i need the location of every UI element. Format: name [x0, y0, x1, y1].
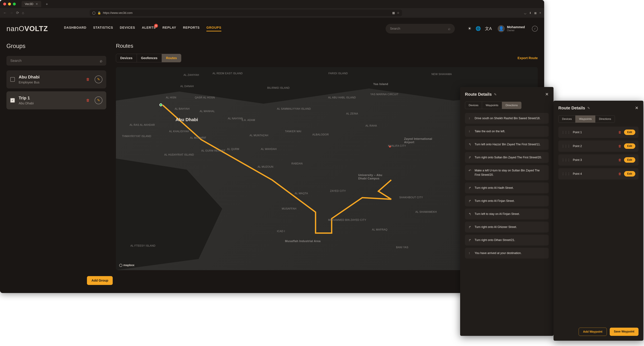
waypoint-item[interactable]: ⋮⋮⋮Point 1🗑Edit: [558, 127, 638, 138]
direction-step: ↱Turn right onto Dihan Street/21.: [465, 235, 549, 245]
close-window-button[interactable]: [3, 3, 6, 6]
direction-text: Make a left U-turn to stay on Sultan Bin…: [475, 168, 545, 177]
edit-icon[interactable]: ✎: [494, 93, 497, 96]
delete-icon[interactable]: 🗑: [618, 131, 622, 134]
edit-button[interactable]: ✎: [95, 76, 102, 83]
delete-button[interactable]: 🗑: [84, 76, 92, 83]
panel-footer: Add Waypoint Save Waypoint: [579, 328, 638, 336]
edit-button[interactable]: ✎: [95, 97, 102, 104]
menu-icon[interactable]: ≡: [540, 12, 541, 14]
delete-button[interactable]: 🗑: [84, 97, 92, 104]
mapbox-icon: ◯: [119, 263, 122, 267]
bookmark-star-icon[interactable]: ☆: [397, 11, 400, 15]
direction-step: ↱Turn right onto Al Hadh Street.: [465, 182, 549, 193]
url-bar: ← → ⟳ ⌂ ◯ 🔒 https://www.vec3d.com ▦ ☆ ◡ …: [0, 8, 544, 18]
content-title: Routes: [116, 43, 538, 49]
ptab-devices[interactable]: Devices: [465, 102, 482, 109]
direction-step: ↰Turn left onto Hazza' Bin Zayed The Fir…: [465, 139, 549, 150]
direction-step: ↑Drive south on Sheikh Rashid Bin Saeed …: [465, 113, 549, 124]
add-waypoint-button[interactable]: Add Waypoint: [579, 328, 607, 336]
globe-icon[interactable]: 🌐: [476, 26, 481, 31]
nav-alerts[interactable]: ALERTS4: [142, 26, 156, 32]
download-icon[interactable]: ⬇: [529, 12, 531, 15]
nav-replay[interactable]: REPLAY: [162, 26, 176, 32]
forward-button[interactable]: →: [10, 11, 13, 15]
user-block[interactable]: 👤 Mohammed Owner: [498, 25, 525, 32]
sidebar-search[interactable]: Search ⌕: [6, 56, 106, 66]
back-button[interactable]: ←: [3, 11, 7, 15]
avatar: 👤: [498, 25, 505, 32]
direction-icon: ↱: [468, 199, 472, 203]
checkbox[interactable]: [10, 77, 15, 82]
drag-handle-icon[interactable]: ⋮⋮⋮: [562, 158, 570, 162]
user-name: Mohammed: [507, 25, 525, 29]
nav-dashboard[interactable]: DASHBOARD: [64, 26, 86, 32]
maximize-window-button[interactable]: [13, 3, 16, 6]
header-icons: ☀ 🌐 文A 👤 Mohammed Owner ✓: [468, 25, 538, 32]
minimize-window-button[interactable]: [8, 3, 11, 6]
browser-tab[interactable]: Vec3D ✕: [22, 1, 41, 7]
save-waypoint-button[interactable]: Save Waypoint: [610, 328, 638, 336]
direction-icon: ↑: [468, 117, 472, 120]
edit-icon[interactable]: ✎: [587, 106, 590, 110]
header-search[interactable]: Search ⌕: [386, 24, 455, 34]
extensions-icon[interactable]: ▦: [534, 12, 536, 15]
ptab-devices[interactable]: Devices: [558, 116, 576, 123]
group-item-trip1[interactable]: ✓ Trip 1 Abu Dhabi 🗑 ✎: [6, 91, 106, 109]
delete-icon[interactable]: 🗑: [618, 172, 622, 176]
user-info: Mohammed Owner: [507, 25, 525, 32]
edit-waypoint-button[interactable]: Edit: [624, 130, 635, 135]
export-route-link[interactable]: Export Route: [518, 56, 538, 60]
tab-devices[interactable]: Devices: [116, 54, 137, 62]
edit-waypoint-button[interactable]: Edit: [624, 157, 635, 163]
tab-geofences[interactable]: Geofences: [137, 54, 162, 62]
address-field[interactable]: ◯ 🔒 https://www.vec3d.com ▦ ☆: [90, 10, 402, 16]
logo: nanOVOLTZ: [6, 25, 48, 33]
waypoint-item[interactable]: ⋮⋮⋮Point 3🗑Edit: [558, 154, 638, 166]
close-tab-icon[interactable]: ✕: [36, 2, 38, 6]
direction-step: ↱Turn right onto Al Finjan Street.: [465, 196, 549, 206]
theme-icon[interactable]: ☀: [468, 26, 472, 31]
direction-text: Turn left to stay on Al Finjan Street.: [475, 212, 520, 216]
direction-text: You have arrived at your destination.: [475, 251, 522, 255]
ptab-waypoints[interactable]: Waypoints: [482, 102, 502, 109]
waypoint-item[interactable]: ⋮⋮⋮Point 2🗑Edit: [558, 140, 638, 152]
group-item-abu-dhabi[interactable]: Abu Dhabi Employee Bus 🗑 ✎: [6, 70, 106, 88]
ptab-directions[interactable]: Directions: [502, 102, 521, 109]
direction-step: ↰Turn left to stay on Al Finjan Street.: [465, 209, 549, 219]
close-icon[interactable]: ✕: [545, 92, 549, 97]
nav-reports[interactable]: REPORTS: [183, 26, 200, 32]
add-group-button[interactable]: Add Group: [87, 276, 113, 285]
edit-waypoint-button[interactable]: Edit: [624, 143, 635, 149]
nav-statistics[interactable]: STATISTICS: [93, 26, 113, 32]
drag-handle-icon[interactable]: ⋮⋮⋮: [562, 172, 570, 176]
qr-icon[interactable]: ▦: [392, 11, 395, 15]
checkbox[interactable]: ✓: [10, 98, 15, 103]
window-controls: [3, 3, 16, 6]
tab-routes[interactable]: Routes: [162, 54, 181, 62]
check-circle-icon[interactable]: ✓: [532, 26, 538, 32]
mapbox-attribution: ◯ mapbox: [119, 263, 134, 267]
route-details-directions-panel: Route Details ✎ ✕ Devices Waypoints Dire…: [460, 87, 554, 336]
close-icon[interactable]: ✕: [635, 106, 638, 111]
waypoint-item[interactable]: ⋮⋮⋮Point 4🗑Edit: [558, 168, 638, 179]
direction-icon: ↰: [468, 143, 472, 146]
direction-icon: ↑: [468, 251, 472, 255]
pocket-icon[interactable]: ◡: [524, 12, 526, 15]
delete-icon[interactable]: 🗑: [618, 144, 622, 148]
nav-groups[interactable]: GROUPS: [206, 26, 222, 32]
panel-title: Route Details: [465, 92, 492, 97]
drag-handle-icon[interactable]: ⋮⋮⋮: [562, 131, 570, 134]
ptab-directions[interactable]: Directions: [596, 116, 615, 123]
edit-waypoint-button[interactable]: Edit: [624, 171, 635, 177]
translate-icon[interactable]: 文A: [485, 26, 492, 32]
new-tab-button[interactable]: ＋: [45, 2, 48, 7]
delete-icon[interactable]: 🗑: [618, 158, 622, 162]
ptab-waypoints[interactable]: Waypoints: [576, 116, 596, 123]
drag-handle-icon[interactable]: ⋮⋮⋮: [562, 144, 570, 148]
home-button[interactable]: ⌂: [22, 11, 24, 15]
direction-icon: ↱: [468, 186, 472, 190]
reload-button[interactable]: ⟳: [16, 11, 19, 15]
direction-text: Turn right onto Al Finjan Street.: [475, 199, 514, 203]
nav-devices[interactable]: DEVICES: [120, 26, 135, 32]
